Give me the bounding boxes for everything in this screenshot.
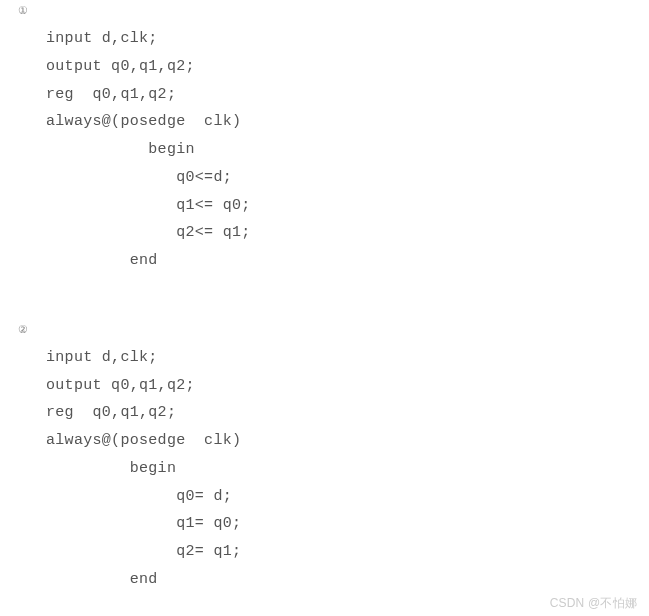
watermark: CSDN @不怕娜	[550, 595, 637, 612]
code-block-1: input d,clk; output q0,q1,q2; reg q0,q1,…	[18, 25, 649, 275]
block-marker-1: ①	[18, 6, 649, 17]
spacer	[18, 275, 649, 325]
block-marker-2: ②	[18, 325, 649, 336]
code-block-2: input d,clk; output q0,q1,q2; reg q0,q1,…	[18, 344, 649, 594]
code-content: ① input d,clk; output q0,q1,q2; reg q0,q…	[0, 0, 649, 594]
